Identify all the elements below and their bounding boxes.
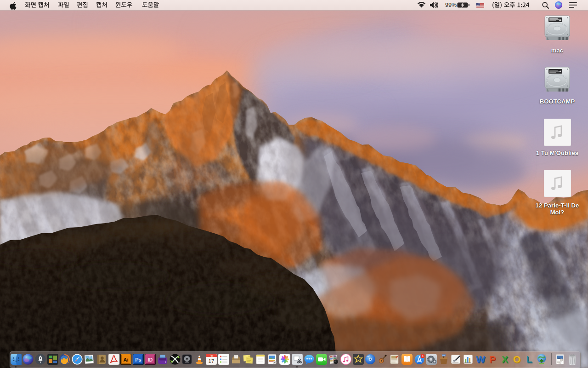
svg-text:L: L <box>526 354 532 364</box>
svg-text:Plan: Plan <box>249 356 252 357</box>
svg-text:PDF: PDF <box>559 362 561 364</box>
svg-text:Ps: Ps <box>135 357 141 362</box>
svg-text:7월: 7월 <box>209 355 213 357</box>
svg-text:Ai: Ai <box>124 357 129 362</box>
svg-text:4: 4 <box>422 354 424 357</box>
svg-text:X: X <box>502 354 508 364</box>
svg-text:P: P <box>489 354 496 364</box>
svg-text:17: 17 <box>209 358 215 364</box>
svg-text:W: W <box>476 354 485 364</box>
svg-text:ID: ID <box>148 357 153 362</box>
svg-text:O: O <box>513 354 520 364</box>
